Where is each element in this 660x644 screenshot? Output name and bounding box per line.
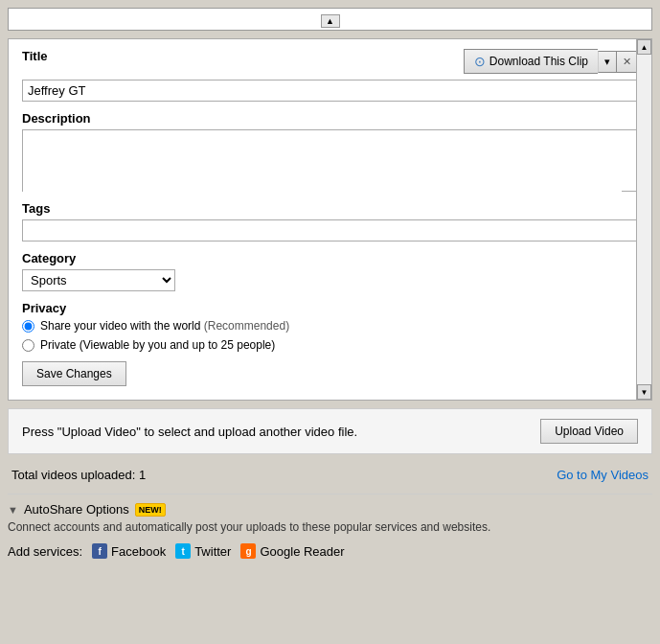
download-btn-wrapper: ⊙ Download This Clip ▾ ✕ — [464, 49, 638, 74]
download-btn-close[interactable]: ✕ — [617, 51, 638, 73]
autoshare-toggle[interactable]: ▼ — [8, 504, 18, 516]
twitter-label: Twitter — [194, 544, 231, 559]
recommended-note: (Recommended) — [204, 319, 289, 333]
privacy-radio-public[interactable] — [22, 320, 34, 333]
google-reader-label: Google Reader — [260, 544, 344, 559]
upload-section: Press "Upload Video" to select and uploa… — [8, 408, 652, 454]
facebook-icon: f — [92, 543, 107, 559]
scroll-up-btn[interactable]: ▲ — [321, 14, 340, 28]
autoshare-description: Connect accounts and automatically post … — [8, 520, 652, 534]
description-label: Description — [22, 111, 638, 126]
autoshare-section: ▼ AutoShare Options NEW! Connect account… — [8, 494, 652, 559]
title-input[interactable] — [22, 80, 638, 102]
new-badge: NEW! — [135, 503, 166, 517]
upload-prompt-text: Press "Upload Video" to select and uploa… — [22, 425, 357, 439]
privacy-radio-private[interactable] — [22, 339, 34, 352]
scroll-down-arrow[interactable]: ▼ — [637, 384, 651, 400]
stats-row: Total videos uploaded: 1 Go to My Videos — [8, 462, 652, 488]
description-scrollbar: ▲ ▼ — [636, 39, 651, 400]
tags-section: Tags — [22, 201, 638, 251]
privacy-option-private: Private (Viewable by you and up to 25 pe… — [22, 338, 638, 352]
facebook-service-item[interactable]: f Facebook — [92, 543, 166, 559]
edit-box: Title ⊙ Download This Clip ▾ ✕ Descripti… — [8, 38, 652, 401]
upload-video-button[interactable]: Upload Video — [540, 419, 638, 444]
main-container: ▲ Title ⊙ Download This Clip ▾ ✕ Descrip… — [0, 0, 660, 566]
tags-input[interactable] — [22, 219, 638, 242]
twitter-icon: t — [175, 543, 191, 559]
privacy-label: Privacy — [22, 301, 638, 315]
google-reader-service-item[interactable]: g Google Reader — [240, 543, 344, 559]
add-services-label: Add services: — [8, 544, 82, 559]
title-label: Title — [22, 49, 48, 63]
privacy-private-label: Private (Viewable by you and up to 25 pe… — [40, 338, 275, 352]
category-label: Category — [22, 251, 638, 265]
scroll-up-arrow[interactable]: ▲ — [637, 39, 651, 55]
save-changes-button[interactable]: Save Changes — [22, 361, 126, 386]
total-videos-count: Total videos uploaded: 1 — [11, 468, 146, 482]
download-this-clip-button[interactable]: ⊙ Download This Clip — [464, 49, 598, 74]
download-icon: ⊙ — [474, 54, 486, 69]
privacy-option-public: Share your video with the world (Recomme… — [22, 319, 638, 333]
top-scroll-area: ▲ — [8, 8, 652, 31]
category-select[interactable]: Sports Comedy Entertainment Film & Anima… — [22, 269, 175, 291]
download-btn-dropdown[interactable]: ▾ — [598, 51, 617, 73]
description-textarea-box: ▲ ▼ — [22, 129, 638, 192]
facebook-label: Facebook — [111, 544, 166, 559]
category-section: Category Sports Comedy Entertainment Fil… — [22, 251, 638, 301]
twitter-service-item[interactable]: t Twitter — [175, 543, 231, 559]
privacy-section: Privacy Share your video with the world … — [22, 301, 638, 352]
tags-label: Tags — [22, 201, 638, 216]
privacy-public-label: Share your video with the world (Recomme… — [40, 319, 289, 333]
go-to-my-videos-link[interactable]: Go to My Videos — [557, 468, 649, 482]
google-reader-icon: g — [240, 543, 256, 559]
autoshare-header: ▼ AutoShare Options NEW! — [8, 502, 652, 517]
add-services-row: Add services: f Facebook t Twitter g Goo… — [8, 543, 652, 559]
edit-box-header: Title ⊙ Download This Clip ▾ ✕ — [22, 49, 638, 74]
description-textarea[interactable] — [23, 130, 622, 193]
autoshare-title: AutoShare Options — [24, 502, 129, 517]
